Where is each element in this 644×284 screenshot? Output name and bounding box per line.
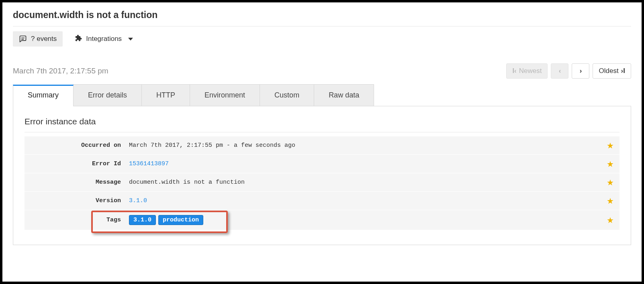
chat-icon — [19, 35, 27, 43]
kv-value[interactable]: 3.1.0 — [129, 193, 619, 209]
kv-row: Occurred onMarch 7th 2017, 2:17:55 pm - … — [25, 136, 619, 155]
star-icon[interactable]: ★ — [607, 215, 614, 225]
oldest-button[interactable]: Oldest ›I — [593, 63, 631, 79]
kv-row: Messagedocument.width is not a function★ — [25, 173, 619, 192]
last-icon: ›I — [621, 67, 625, 75]
tab-custom[interactable]: Custom — [260, 84, 314, 106]
next-button[interactable]: › — [572, 63, 589, 79]
events-label: ? events — [31, 35, 57, 43]
first-icon: I‹ — [512, 67, 516, 75]
tab-error-details[interactable]: Error details — [73, 84, 142, 106]
kv-label: Error Id — [25, 156, 129, 172]
kv-label: Version — [25, 193, 129, 209]
puzzle-icon — [74, 34, 82, 44]
star-icon[interactable]: ★ — [607, 159, 614, 169]
tab-raw-data[interactable]: Raw data — [314, 84, 374, 106]
timestamp: March 7th 2017, 2:17:55 pm — [13, 67, 108, 75]
panel-title: Error instance data — [25, 117, 619, 132]
prev-button: ‹ — [551, 63, 568, 79]
chevron-left-icon: ‹ — [559, 67, 561, 75]
kv-row-tags: Tags3.1.0production★ — [25, 210, 619, 230]
tag-pill[interactable]: production — [158, 215, 203, 225]
tab-http[interactable]: HTTP — [141, 84, 190, 106]
summary-panel: Error instance data Occurred onMarch 7th… — [13, 106, 631, 245]
oldest-label: Oldest — [599, 67, 618, 75]
toolbar: ? events Integrations — [13, 26, 631, 51]
kv-value: document.width is not a function — [129, 174, 619, 191]
chevron-right-icon: › — [580, 67, 582, 75]
page-title: document.width is not a function — [13, 7, 631, 26]
star-icon[interactable]: ★ — [607, 178, 614, 187]
tab-environment[interactable]: Environment — [190, 84, 260, 106]
integrations-dropdown[interactable]: Integrations — [74, 34, 133, 44]
kv-row: Error Id15361413897★ — [25, 155, 619, 173]
kv-row: Version3.1.0★ — [25, 192, 619, 210]
tab-summary[interactable]: Summary — [13, 85, 74, 106]
kv-value[interactable]: 15361413897 — [129, 156, 619, 172]
kv-label: Occurred on — [25, 137, 129, 154]
pager: I‹ Newest ‹ › Oldest ›I — [506, 63, 631, 79]
chevron-down-icon — [128, 38, 133, 41]
kv-label: Message — [25, 174, 129, 191]
events-button[interactable]: ? events — [13, 31, 63, 47]
tag-pill[interactable]: 3.1.0 — [129, 215, 156, 225]
newest-label: Newest — [519, 67, 542, 75]
star-icon[interactable]: ★ — [607, 141, 614, 150]
kv-value: March 7th 2017, 2:17:55 pm - a few secon… — [129, 137, 619, 154]
tabs: SummaryError detailsHTTPEnvironmentCusto… — [13, 84, 631, 106]
kv-list: Occurred onMarch 7th 2017, 2:17:55 pm - … — [25, 136, 619, 230]
integrations-label: Integrations — [86, 35, 122, 43]
tags-container: 3.1.0production — [129, 210, 619, 230]
star-icon[interactable]: ★ — [607, 196, 614, 206]
newest-button: I‹ Newest — [506, 63, 548, 79]
kv-label: Tags — [25, 212, 129, 228]
